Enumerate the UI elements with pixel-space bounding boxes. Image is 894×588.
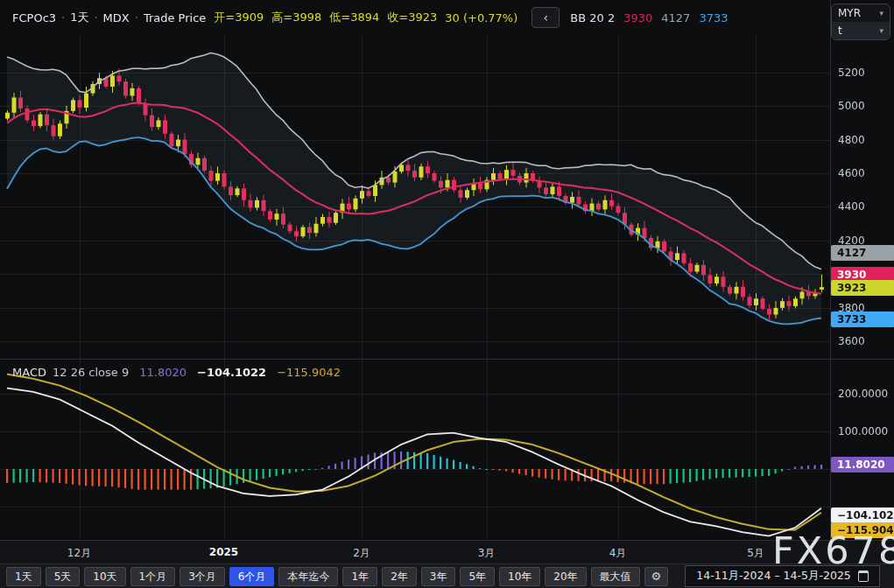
range-button-3个月[interactable]: 3个月 xyxy=(180,567,225,586)
price-axis-tick: 4600 xyxy=(838,167,865,179)
unit-dropdown[interactable]: t ▾ xyxy=(832,22,890,39)
price-axis-tick: 4400 xyxy=(838,200,865,213)
bb-basis-value: 3930 xyxy=(623,11,652,24)
unit-value: t xyxy=(838,24,842,37)
range-button-3年[interactable]: 3年 xyxy=(421,567,456,586)
range-button-1个月[interactable]: 1个月 xyxy=(130,567,176,586)
pane-divider[interactable] xyxy=(0,359,894,360)
chevron-down-icon: ▾ xyxy=(879,26,883,35)
macd-hist-value: 11.8020 xyxy=(139,366,187,379)
exchange-label: MDX xyxy=(103,11,130,24)
range-button-5天[interactable]: 5天 xyxy=(46,567,81,586)
price-axis-badge: 3733 xyxy=(831,312,894,327)
macd-line-value: −104.1022 xyxy=(197,366,266,379)
time-axis-label: 5月 xyxy=(747,546,764,561)
calendar-icon xyxy=(858,570,869,582)
macd-axis-badge: −104.1022 xyxy=(831,508,894,523)
trading-terminal: FCPOc3 · 1天 · MDX · Trade Price 开=3909 高… xyxy=(0,0,894,588)
time-axis-label: 4月 xyxy=(609,546,627,561)
bb-upper-value: 4127 xyxy=(661,11,690,24)
collapse-legend-button[interactable]: ‹ xyxy=(531,7,560,28)
macd-axis-badge: −115.9042 xyxy=(831,522,894,538)
price-axis-tick: 5200 xyxy=(838,66,865,79)
ohlc-low: 低=3894 xyxy=(329,10,379,25)
separator: · xyxy=(135,11,138,24)
macd-axis-badge: 11.8020 xyxy=(831,457,894,472)
currency-value: MYR xyxy=(838,7,861,19)
macd-axis-tick: 200.0000 xyxy=(838,388,888,400)
separator: · xyxy=(94,11,97,24)
separator: · xyxy=(61,11,65,24)
range-button-1天[interactable]: 1天 xyxy=(6,567,41,586)
range-button-10年[interactable]: 10年 xyxy=(499,567,540,586)
time-axis-label: 3月 xyxy=(478,546,496,561)
chart-settings-button[interactable]: ⚙ xyxy=(644,567,669,586)
symbol-name[interactable]: FCPOc3 xyxy=(12,11,56,24)
series-type-label: Trade Price xyxy=(144,11,206,24)
time-axis-label: 2月 xyxy=(353,546,370,561)
chevron-left-icon: ‹ xyxy=(543,10,548,24)
macd-axis-tick: 100.0000 xyxy=(838,425,888,438)
range-button-1年[interactable]: 1年 xyxy=(342,567,377,586)
range-button-20年[interactable]: 20年 xyxy=(545,567,586,586)
date-range-text: 14-11月-2024 – 14-5月-2025 xyxy=(696,569,851,584)
range-button-2年[interactable]: 2年 xyxy=(382,567,417,586)
price-axis-tick: 4800 xyxy=(838,134,865,146)
range-button-5年[interactable]: 5年 xyxy=(460,567,495,586)
price-axis-badge: 3923 xyxy=(831,280,894,296)
ohlc-close: 收=3923 xyxy=(387,10,437,25)
time-axis-label: 12月 xyxy=(67,546,91,561)
macd-signal-value: −115.9042 xyxy=(277,366,341,379)
price-change: 30 (+0.77%) xyxy=(445,11,517,24)
range-button-10天[interactable]: 10天 xyxy=(84,567,125,586)
range-toolbar: 1天5天10天1个月3个月6个月本年迄今1年2年3年5年10年20年最大值⚙14… xyxy=(0,564,894,588)
time-axis-label: 2025 xyxy=(209,546,238,558)
bb-lower-value: 3733 xyxy=(699,11,728,24)
ohlc-open: 开=3909 xyxy=(214,10,264,25)
price-axis-tick: 3600 xyxy=(838,335,865,347)
time-axis[interactable]: 12月20252月3月4月5月 xyxy=(0,540,894,564)
gear-icon: ⚙ xyxy=(651,570,662,583)
currency-dropdown[interactable]: MYR ▾ xyxy=(832,4,890,22)
currency-unit-selector: MYR ▾ t ▾ xyxy=(831,4,890,40)
price-chart-canvas[interactable] xyxy=(0,0,894,588)
date-range-picker[interactable]: 14-11月-2024 – 14-5月-2025 xyxy=(685,565,880,587)
ohlc-high: 高=3998 xyxy=(271,10,321,25)
price-axis-badge: 4127 xyxy=(831,245,894,261)
range-button-最大值[interactable]: 最大值 xyxy=(591,567,640,586)
macd-params: 12 26 close 9 xyxy=(53,366,129,379)
macd-indicator-title[interactable]: MACD xyxy=(12,366,46,379)
symbol-header: FCPOc3 · 1天 · MDX · Trade Price 开=3909 高… xyxy=(12,7,728,28)
price-axis-tick: 5000 xyxy=(838,100,865,112)
bb-indicator-title[interactable]: BB 20 2 xyxy=(570,11,615,24)
range-button-本年迄今[interactable]: 本年迄今 xyxy=(278,567,338,586)
range-button-6个月[interactable]: 6个月 xyxy=(229,567,275,586)
macd-header: MACD 12 26 close 9 11.8020 −104.1022 −11… xyxy=(12,366,341,379)
chevron-down-icon: ▾ xyxy=(879,9,883,18)
interval-label[interactable]: 1天 xyxy=(70,10,88,25)
price-axis[interactable]: 5200500048004600440042003800360041273930… xyxy=(831,0,894,540)
